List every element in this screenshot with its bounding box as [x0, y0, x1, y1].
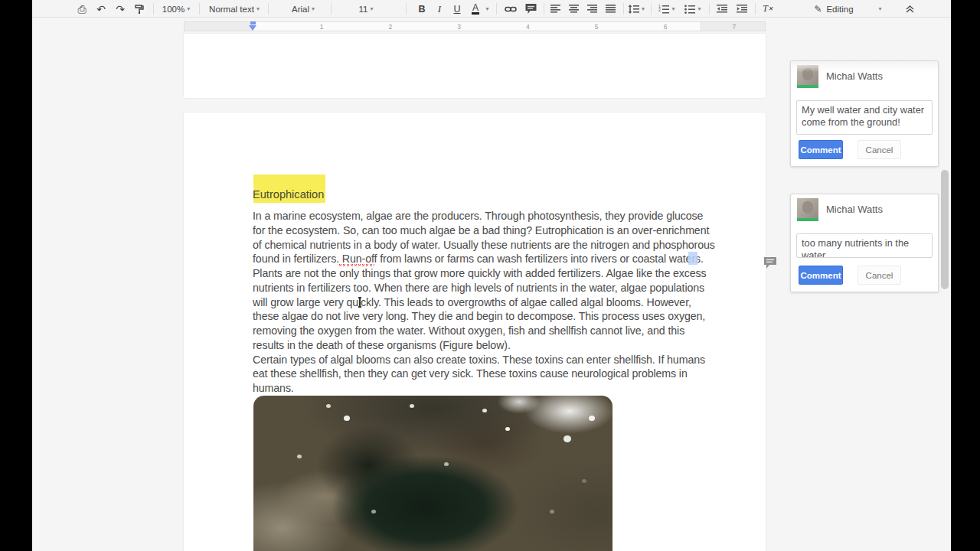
ruler-number: 6: [664, 23, 668, 31]
font-select[interactable]: Arial▾: [285, 2, 322, 16]
doc-text-line: results in the death of these organisms …: [253, 338, 704, 353]
comment-input[interactable]: too many nutrients in the water: [796, 233, 933, 258]
comment-submit-button[interactable]: Comment: [799, 266, 843, 285]
presence-indicator: [797, 85, 818, 88]
presence-indicator: [797, 218, 818, 221]
insert-link-icon[interactable]: [502, 2, 519, 16]
font-value: Arial: [292, 5, 309, 14]
spellcheck-squiggle: [338, 264, 374, 266]
doc-text-line: for the ecosystem. So, can too much alga…: [253, 223, 704, 238]
text-color-button[interactable]: A: [469, 2, 482, 16]
comment-author: Michal Watts: [826, 70, 883, 82]
chevron-down-icon: ▾: [187, 5, 190, 12]
comment-card: Michal Watts too many nutrients in the w…: [790, 194, 939, 292]
doc-text-line: found in fertilizers. Run-off from lawns…: [253, 252, 704, 266]
align-justify-icon[interactable]: [603, 2, 618, 16]
doc-text-line: removing the oxygen from the water. With…: [253, 324, 704, 338]
doc-text-line: Certain types of algal blooms can also c…: [253, 353, 704, 367]
underline-button[interactable]: U: [450, 2, 464, 16]
zoom-select[interactable]: 100%▾: [159, 2, 193, 16]
pencil-icon: ✎: [814, 5, 822, 14]
doc-text-line: humans.: [253, 381, 704, 396]
style-value: Normal text: [209, 5, 254, 14]
doc-text-line: Plants are not the only things that grow…: [253, 266, 704, 281]
increase-indent-icon[interactable]: [733, 2, 750, 16]
print-icon[interactable]: ⎙: [74, 2, 90, 16]
comment-input[interactable]: My well water and city water come from t…: [796, 100, 933, 135]
font-size-select[interactable]: 11▾: [354, 2, 378, 16]
chevron-down-icon[interactable]: ▾: [874, 2, 884, 16]
scrollbar-thumb[interactable]: [941, 170, 949, 289]
comment-cancel-button[interactable]: Cancel: [858, 266, 901, 285]
chevron-down-icon: ▾: [370, 5, 373, 12]
comment-submit-button[interactable]: Comment: [799, 140, 843, 159]
decrease-indent-icon[interactable]: [714, 2, 730, 16]
ruler-number: 3: [457, 23, 461, 31]
insert-comment-icon[interactable]: [522, 2, 539, 16]
doc-text-line: In a marine ecosystem, algae are the pro…: [253, 209, 704, 223]
doc-text-line: nutrients in fertilizers too. When there…: [253, 281, 704, 295]
doc-text-line: these algae do not live very long. They …: [253, 309, 704, 324]
doc-text-line: eat these shellfish, then they can get v…: [253, 367, 704, 381]
ruler: 1234567: [184, 21, 766, 31]
collapse-toolbar-icon[interactable]: [902, 2, 917, 16]
document-canvas: Eutrophication In a marine ecosystem, al…: [32, 35, 951, 551]
zoom-value: 100%: [162, 5, 185, 14]
font-size-value: 11: [359, 5, 368, 14]
comment-card: Michal Watts My well water and city wate…: [790, 60, 939, 167]
bulleted-list-icon[interactable]: ▾: [683, 2, 703, 16]
ruler-number: 4: [526, 23, 530, 31]
italic-button[interactable]: I: [433, 2, 446, 16]
chevron-down-icon: ▾: [256, 5, 260, 12]
algal-bloom-image[interactable]: [253, 396, 612, 551]
doc-text-line: of chemical nutrients in a body of water…: [253, 238, 704, 253]
line-spacing-icon[interactable]: ▾: [628, 2, 645, 16]
margin-comment-icon[interactable]: [763, 256, 778, 269]
ruler-number: 1: [320, 23, 324, 31]
redo-icon[interactable]: ↷: [113, 2, 128, 16]
align-center-icon[interactable]: [566, 2, 581, 16]
numbered-list-icon[interactable]: 12 ▾: [657, 2, 677, 16]
avatar: [797, 198, 818, 221]
document-page-1[interactable]: [184, 34, 766, 98]
svg-text:2: 2: [658, 8, 661, 12]
ruler-row: 1234567: [32, 18, 951, 35]
doc-body-text: In a marine ecosystem, algae are the pro…: [253, 209, 704, 396]
align-left-icon[interactable]: [547, 2, 563, 16]
app-window: ⎙ ↶ ↷ 100%▾ Normal text▾ Arial▾ 11▾ B I …: [32, 0, 951, 551]
ruler-number: 5: [595, 23, 599, 31]
comment-anchor-highlight: [688, 252, 697, 265]
chevron-down-icon: ▾: [312, 5, 315, 12]
paragraph-style-select[interactable]: Normal text▾: [207, 2, 262, 16]
mode-select[interactable]: ✎ Editing: [804, 2, 864, 16]
comment-cancel-button[interactable]: Cancel: [858, 140, 901, 159]
comment-author: Michal Watts: [826, 204, 883, 215]
ruler-number: 7: [732, 23, 736, 31]
mode-label: Editing: [826, 5, 853, 14]
clear-formatting-icon[interactable]: T✕: [760, 2, 776, 16]
paint-format-icon[interactable]: [132, 2, 147, 16]
bold-button[interactable]: B: [415, 2, 429, 16]
undo-icon[interactable]: ↶: [93, 2, 109, 16]
indent-marker[interactable]: [249, 21, 257, 31]
text-cursor: [357, 297, 363, 308]
toolbar: ⎙ ↶ ↷ 100%▾ Normal text▾ Arial▾ 11▾ B I …: [32, 0, 951, 18]
chevron-down-icon[interactable]: ▾: [482, 2, 490, 16]
align-right-icon[interactable]: [584, 2, 599, 16]
ruler-number: 2: [388, 23, 392, 31]
doc-text-line: will grow large very quickly. This leads…: [253, 295, 704, 310]
doc-heading: Eutrophication: [253, 188, 324, 201]
